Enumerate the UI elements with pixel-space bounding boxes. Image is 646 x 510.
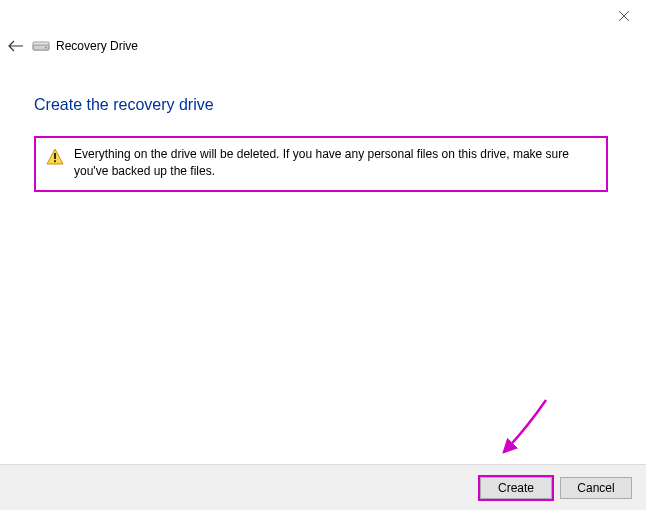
page-heading: Create the recovery drive [34, 96, 612, 114]
titlebar [0, 0, 646, 32]
svg-point-4 [45, 47, 47, 49]
header-row: Recovery Drive [0, 32, 646, 56]
svg-rect-6 [54, 160, 56, 162]
close-icon [618, 10, 630, 22]
cancel-button[interactable]: Cancel [560, 477, 632, 499]
warning-icon [46, 148, 64, 169]
close-button[interactable] [610, 6, 638, 26]
warning-text: Everything on the drive will be deleted.… [74, 146, 596, 180]
annotation-arrow-icon [486, 394, 556, 464]
back-button[interactable] [6, 36, 26, 56]
back-arrow-icon [8, 40, 24, 52]
warning-box: Everything on the drive will be deleted.… [34, 136, 608, 192]
create-button[interactable]: Create [480, 477, 552, 499]
footer-bar: Create Cancel [0, 464, 646, 510]
svg-rect-5 [54, 153, 56, 159]
content-area: Create the recovery drive Everything on … [0, 56, 646, 192]
window-title: Recovery Drive [56, 39, 138, 53]
recovery-drive-icon [32, 39, 50, 53]
